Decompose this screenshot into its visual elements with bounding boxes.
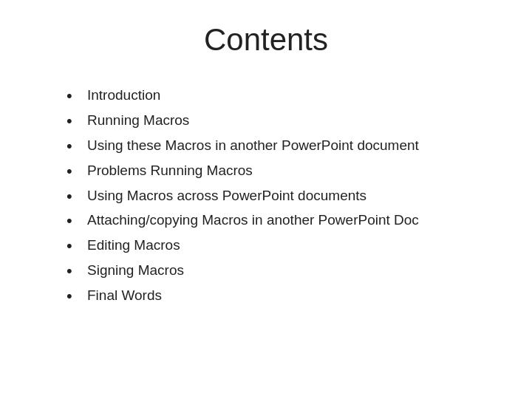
list-item: •Problems Running Macros <box>66 160 488 183</box>
bullet-icon: • <box>66 84 81 108</box>
bullet-icon: • <box>66 134 81 158</box>
list-item-text: Running Macros <box>87 109 488 131</box>
bullet-icon: • <box>66 109 81 133</box>
list-item: •Running Macros <box>66 109 488 133</box>
list-item-text: Editing Macros <box>87 234 488 256</box>
list-item-text: Final Words <box>87 284 488 306</box>
slide-title: Contents <box>44 22 488 58</box>
bullet-icon: • <box>66 209 81 233</box>
list-item-text: Using these Macros in another PowerPoint… <box>87 134 488 156</box>
list-item: •Using these Macros in another PowerPoin… <box>66 134 488 158</box>
list-item: •Editing Macros <box>66 234 488 258</box>
list-item-text: Attaching/copying Macros in another Powe… <box>87 209 488 231</box>
list-item: •Attaching/copying Macros in another Pow… <box>66 209 488 233</box>
list-item: •Final Words <box>66 284 488 308</box>
list-item: •Signing Macros <box>66 259 488 283</box>
bullet-icon: • <box>66 185 81 208</box>
bullet-icon: • <box>66 284 81 308</box>
list-item-text: Signing Macros <box>87 259 488 281</box>
list-item: •Introduction <box>66 84 488 108</box>
list-item-text: Problems Running Macros <box>87 160 488 181</box>
contents-list: •Introduction•Running Macros•Using these… <box>66 84 488 310</box>
slide: Contents •Introduction•Running Macros•Us… <box>0 0 532 399</box>
bullet-icon: • <box>66 259 81 283</box>
bullet-icon: • <box>66 234 81 258</box>
list-item-text: Introduction <box>87 84 488 106</box>
list-item-text: Using Macros across PowerPoint documents <box>87 185 488 206</box>
list-item: •Using Macros across PowerPoint document… <box>66 185 488 208</box>
bullet-icon: • <box>66 160 81 183</box>
